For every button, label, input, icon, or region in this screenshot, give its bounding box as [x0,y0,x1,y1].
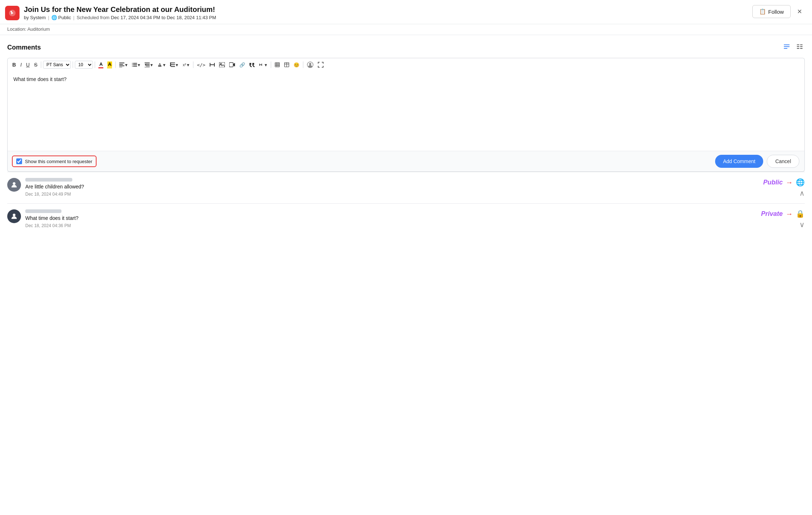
follow-button[interactable]: 📋 Follow [752,5,791,18]
svg-rect-11 [119,64,123,65]
header-visibility: 🌐 Public [51,15,71,20]
comments-section: Comments B [0,35,812,235]
toolbar-separator-5 [193,61,193,68]
blockquote-button[interactable] [248,61,256,68]
page-title: Join Us for the New Year Celebration at … [24,5,216,14]
cancel-button[interactable]: Cancel [767,155,799,168]
svg-rect-34 [275,63,279,67]
image-button[interactable] [217,61,227,68]
svg-rect-21 [146,64,150,65]
strikethrough-button[interactable]: S [32,61,39,69]
close-button[interactable]: × [794,5,805,18]
svg-rect-27 [210,64,215,65]
svg-rect-25 [171,64,175,65]
comments-view-icons [782,42,805,54]
svg-rect-22 [146,65,150,66]
underline-button[interactable]: U [24,61,31,69]
add-comment-button[interactable]: Add Comment [715,155,763,168]
line-height-button[interactable]: ▾ [168,61,180,69]
text-style-button[interactable]: ▾ [155,61,167,69]
comment-row: What time does it start? Dec 18, 2024 04… [7,209,78,228]
header-meta: by System | 🌐 Public | Scheduled from De… [24,15,216,20]
bg-color-button[interactable]: A [106,61,114,69]
svg-rect-12 [119,65,124,66]
comment-date: Dec 18, 2024 04:49 PM [25,192,84,197]
collapse-button[interactable]: ∧ [799,189,805,197]
horizontal-rule-button[interactable] [208,61,217,68]
svg-rect-6 [797,46,799,47]
table-layout-button[interactable] [282,61,291,68]
bg-color-bar [107,67,112,68]
svg-rect-17 [133,64,137,65]
globe-icon: 🌐 [796,178,805,187]
follow-icon: 📋 [759,8,766,15]
svg-rect-13 [119,67,122,67]
header-scheduled: Scheduled from Dec 17, 2024 04:34 PM to … [77,15,216,20]
expand-button[interactable] [316,61,325,69]
svg-point-44 [13,182,15,185]
svg-rect-1 [784,44,790,45]
toolbar-separator-6 [271,61,271,68]
toolbar-separator-2 [73,61,73,68]
emoji-button[interactable]: 😊 [292,61,301,69]
font-family-select[interactable]: PT Sans [43,61,71,69]
svg-point-43 [309,63,311,65]
text-color-bar [98,67,103,68]
comment-text: What time does it start? [25,215,78,221]
comment-right: Private → 🔒 ∨ [725,209,805,229]
toolbar-separator-1 [41,61,41,68]
svg-rect-3 [784,48,787,49]
font-size-select[interactable]: 10 [75,61,93,69]
align-button[interactable]: ▾ [117,61,129,69]
link-button[interactable]: 🔗 [238,61,247,69]
show-requester-checkbox[interactable] [16,158,22,164]
table-button[interactable] [273,61,282,68]
avatar-button[interactable] [305,60,315,69]
comment-text: Are little children allowed? [25,184,84,190]
text-color-button[interactable]: A [97,61,105,69]
svg-rect-2 [784,46,790,47]
video-button[interactable] [227,61,237,68]
svg-rect-26 [171,66,175,67]
svg-point-16 [132,64,133,65]
show-requester-text: Show this comment to requester [25,159,92,164]
svg-point-45 [13,214,15,216]
editor-toolbar: B I U S PT Sans 10 A A ▾ [7,58,805,71]
header-by: by System [24,15,46,20]
italic-button[interactable]: I [18,61,23,69]
comments-title: Comments [7,44,41,51]
toolbar-separator-3 [95,61,95,68]
avatar [7,209,21,223]
special-char-button[interactable]: ▾ [257,61,269,69]
avatar [7,178,21,192]
visibility-label: Private [761,210,783,218]
header-left: Join Us for the New Year Celebration at … [5,5,216,20]
list-view-button[interactable] [782,42,792,54]
svg-rect-23 [145,67,150,67]
lock-icon: 🔒 [796,209,805,218]
grid-view-button[interactable] [795,42,805,54]
comment-author-blurred [25,178,72,182]
svg-rect-8 [797,48,799,49]
show-requester-label[interactable]: Show this comment to requester [13,156,96,166]
list-button[interactable]: ▾ [130,61,142,69]
bold-button[interactable]: B [10,61,18,69]
svg-rect-30 [229,63,233,67]
comments-header: Comments [7,35,805,58]
expand-comment-button[interactable]: ∨ [799,220,805,229]
footer-buttons: Add Comment Cancel [715,155,799,168]
svg-rect-19 [133,66,137,67]
comment-row: Are little children allowed? Dec 18, 202… [7,178,84,197]
arrow-right-icon: → [786,178,793,187]
sub-header: Location: Auditorium [0,24,812,35]
toolbar-separator-7 [303,61,303,68]
svg-rect-24 [171,63,175,63]
header-title-block: Join Us for the New Year Celebration at … [24,5,216,20]
superscript-button[interactable]: x² ▾ [181,61,191,69]
svg-rect-20 [145,63,150,63]
code-button[interactable]: </> [195,61,207,69]
comment-editor[interactable]: What time does it start? [7,71,805,151]
indent-button[interactable]: ▾ [143,61,155,69]
comment-body: Are little children allowed? Dec 18, 202… [25,178,84,197]
editor-footer: Show this comment to requester Add Comme… [7,151,805,172]
